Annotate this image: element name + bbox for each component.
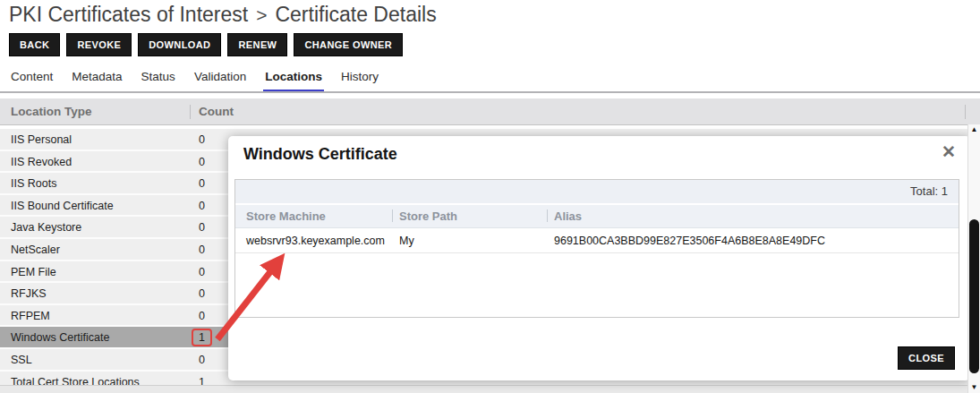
location-type-cell: IIS Bound Certificate (11, 200, 114, 212)
windows-certificate-modal: Windows Certificate ✕ Total: 1 Store Mac… (228, 136, 970, 380)
tab-status[interactable]: Status (140, 68, 177, 92)
tab-content[interactable]: Content (9, 68, 55, 92)
column-header-count: Count (199, 105, 234, 118)
renew-button[interactable]: RENEW (227, 33, 287, 56)
count-cell: 0 (199, 221, 205, 234)
tab-validation[interactable]: Validation (192, 68, 248, 92)
tab-bar: ContentMetadataStatusValidationLocations… (9, 68, 380, 92)
vertical-scrollbar[interactable]: ▲ ▼ (967, 124, 980, 393)
location-type-cell: NetScaler (11, 243, 60, 256)
location-type-cell: PEM File (11, 266, 56, 278)
store-table-header: Store Machine Store Path Alias (235, 205, 959, 228)
close-button[interactable]: CLOSE (898, 346, 955, 370)
breadcrumb-current: Certificate Details (275, 3, 436, 26)
toolbar: BACKREVOKEDOWNLOADRENEWCHANGE OWNER (9, 33, 403, 56)
store-row[interactable]: websrvr93.keyexample.comMy9691B00CA3BBD9… (235, 228, 959, 253)
breadcrumb: PKI Certificates of Interest>Certificate… (9, 0, 437, 29)
change-owner-button[interactable]: CHANGE OWNER (294, 33, 403, 56)
column-divider (190, 105, 191, 119)
tab-divider (0, 91, 980, 93)
store-locations-table: Total: 1 Store Machine Store Path Alias … (234, 179, 959, 318)
scroll-up-icon[interactable]: ▲ (968, 124, 980, 135)
store-table-rows: websrvr93.keyexample.comMy9691B00CA3BBD9… (235, 228, 959, 253)
location-type-cell: IIS Revoked (11, 156, 72, 168)
count-cell: 0 (199, 133, 205, 146)
column-header-location-type: Location Type (11, 105, 92, 118)
breadcrumb-root[interactable]: PKI Certificates of Interest (9, 3, 248, 26)
total-count-label: Total: 1 (235, 180, 959, 205)
store-machine-cell: websrvr93.keyexample.com (246, 235, 385, 247)
location-type-cell: Windows Certificate (11, 331, 109, 344)
column-divider (547, 209, 548, 222)
tab-history[interactable]: History (339, 68, 380, 92)
breadcrumb-separator-icon: > (256, 4, 267, 25)
count-cell-highlighted: 1 (192, 329, 212, 346)
count-cell: 0 (199, 243, 205, 256)
count-cell: 0 (199, 177, 205, 190)
back-button[interactable]: BACK (9, 33, 60, 56)
location-type-cell: Java Keystore (11, 221, 81, 234)
column-header-store-path: Store Path (399, 209, 457, 223)
scrollbar-thumb[interactable] (969, 219, 979, 373)
scroll-down-icon[interactable]: ▼ (968, 382, 980, 393)
location-type-cell: RFJKS (11, 287, 47, 300)
count-cell: 0 (199, 200, 205, 212)
horizontal-scrollbar[interactable] (0, 385, 967, 393)
store-path-cell: My (399, 235, 414, 247)
close-icon[interactable]: ✕ (942, 141, 956, 162)
location-type-cell: IIS Roots (11, 177, 56, 190)
count-cell: 0 (199, 156, 205, 168)
location-type-cell: IIS Personal (11, 133, 72, 146)
column-header-store-machine: Store Machine (246, 209, 326, 223)
column-divider (965, 105, 966, 119)
column-header-alias: Alias (554, 209, 582, 223)
column-divider (392, 209, 393, 222)
tab-locations[interactable]: Locations (263, 68, 324, 92)
revoke-button[interactable]: REVOKE (66, 33, 132, 56)
tab-metadata[interactable]: Metadata (70, 68, 124, 92)
location-type-cell: SSL (11, 354, 32, 366)
count-cell: 0 (199, 287, 205, 300)
certificate-details-page: PKI Certificates of Interest>Certificate… (0, 0, 980, 393)
location-table-header: Location Type Count (0, 98, 980, 125)
alias-cell: 9691B00CA3BBD99E827E3506F4A6B8E8A8E49DFC (554, 235, 825, 247)
count-cell: 0 (199, 354, 205, 366)
count-cell: 0 (199, 266, 205, 278)
location-type-cell: RFPEM (11, 310, 50, 322)
modal-title: Windows Certificate (243, 145, 397, 164)
download-button[interactable]: DOWNLOAD (138, 33, 221, 56)
count-cell: 0 (199, 310, 205, 322)
